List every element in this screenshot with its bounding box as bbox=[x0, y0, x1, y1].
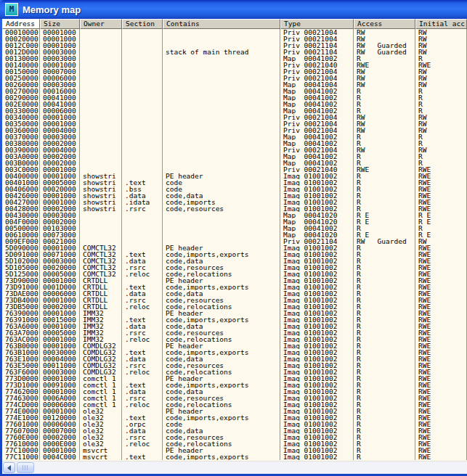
cell-access: RW bbox=[354, 127, 415, 134]
table-row[interactable]: 0013000000003000Map 00041002RR bbox=[2, 55, 467, 62]
table-row[interactable]: 5D10200000003000COMCTL32.datacode,dataIm… bbox=[2, 258, 467, 264]
table-row[interactable]: 0042700000001000showstri.idatacode,impor… bbox=[2, 199, 467, 205]
table-row[interactable]: 7746200000001000comctl_1.datacode,dataIm… bbox=[2, 388, 467, 395]
table-row[interactable]: 763A700000005000IMM32.rsrccode,resources… bbox=[2, 329, 467, 336]
table-row[interactable]: 774E000000001000ole32PE headerImag 01001… bbox=[2, 408, 467, 414]
table-row[interactable]: 0037000000003000Map 00041002RR bbox=[2, 134, 467, 140]
table-row[interactable]: 763A600000001000IMM32.datacode,dataImag … bbox=[2, 323, 467, 329]
table-row[interactable]: 73DB500000002000CRTDLL.reloccode,relocat… bbox=[2, 303, 467, 310]
cell-section: .text bbox=[122, 284, 163, 290]
table-row[interactable]: 002E000000041000Map 00041002RR bbox=[2, 101, 467, 107]
column-header-access[interactable]: Access bbox=[354, 19, 415, 29]
table-row[interactable]: 763E500000011000COMDLG32.rsrccode,resour… bbox=[2, 362, 467, 369]
table-row[interactable]: 763B000000001000COMDLG32PE headerImag 01… bbox=[2, 342, 467, 349]
table-row[interactable]: 0061000000073000Map 00041020R ER E bbox=[2, 231, 467, 238]
table-row[interactable]: 763E100000004000COMDLG32.datacode,dataIm… bbox=[2, 356, 467, 362]
cell-owner: ole32 bbox=[80, 414, 122, 421]
table-row[interactable]: 0034000000001000Priv 00021004RWRW bbox=[2, 114, 467, 120]
table-row[interactable]: 7760E00000002000ole32.rsrccode,resources… bbox=[2, 434, 467, 440]
cell-section: .text bbox=[122, 349, 163, 356]
table-row[interactable]: 774E100000120000ole32.textcode,imports,e… bbox=[2, 414, 467, 421]
table-row[interactable]: 7639100000015000IMM32.textcode,imports,e… bbox=[2, 316, 467, 323]
column-header-owner[interactable]: Owner bbox=[80, 19, 122, 29]
cell-type: Priv 00021004 bbox=[280, 75, 354, 81]
cell-owner: showstri bbox=[80, 179, 122, 186]
scroll-left-button[interactable] bbox=[3, 462, 15, 473]
table-row[interactable]: 0038000000002000Map 00041002RR bbox=[2, 140, 467, 147]
table-row[interactable]: 0029000000041000Map 00041002RR bbox=[2, 94, 467, 101]
table-row[interactable]: 7760100000006000ole32.orpccodeImag 01001… bbox=[2, 421, 467, 427]
table-row[interactable]: 0036000000004000Priv 00021004RWRW bbox=[2, 127, 467, 134]
table-row[interactable]: 5D09100000071000COMCTL32.textcode,import… bbox=[2, 251, 467, 258]
table-row[interactable]: 773D100000091000comctl_1.textcode,import… bbox=[2, 382, 467, 388]
table-row[interactable]: 774CD00000006000comctl_1.reloccode,reloc… bbox=[2, 401, 467, 408]
column-header-size[interactable]: Size bbox=[40, 19, 80, 29]
horizontal-scrollbar[interactable] bbox=[2, 461, 467, 474]
table-row[interactable]: 003C000000001000Priv 00021040RWERWE bbox=[2, 166, 467, 173]
table-row[interactable]: 0035000000001000Priv 00021004RWRW bbox=[2, 120, 467, 127]
table-row[interactable]: 0040000000001000showstriPE headerImag 01… bbox=[2, 173, 467, 179]
table-row[interactable]: 0012D00000003000stack of main threadPriv… bbox=[2, 49, 467, 55]
table-row[interactable]: 773D000000001000comctl_1PE headerImag 01… bbox=[2, 375, 467, 382]
table-row[interactable]: 7760700000007000ole32.datacode,dataImag … bbox=[2, 427, 467, 434]
table-row[interactable]: 0043000000003000Map 00041020R ER E bbox=[2, 212, 467, 218]
table-row[interactable]: 5D09000000001000COMCTL32PE headerImag 01… bbox=[2, 245, 467, 251]
cell-section bbox=[122, 120, 163, 127]
cell-type: Priv 00021004 bbox=[280, 147, 354, 153]
cell-initial: RWE bbox=[415, 186, 467, 192]
table-row[interactable]: 73D9000000001000CRTDLLPE headerImag 0100… bbox=[2, 277, 467, 284]
cell-owner bbox=[80, 114, 122, 120]
table-row[interactable]: 73DB400000001000CRTDLL.rsrccode,resource… bbox=[2, 297, 467, 303]
table-row[interactable]: 77C110000004C000msvcrt.textcode,imports,… bbox=[2, 454, 467, 460]
cell-type: Imag 01001002 bbox=[280, 205, 354, 212]
cell-section: .rsrc bbox=[122, 434, 163, 440]
table-row[interactable]: 774630000006A000comctl_1.rsrccode,resour… bbox=[2, 395, 467, 401]
table-row[interactable]: 77C1000000001000msvcrtPE headerImag 0100… bbox=[2, 447, 467, 454]
table-row[interactable]: 0015000000007000Priv 00021004RWRW bbox=[2, 68, 467, 75]
table-row[interactable]: 0026000000003000Map 00041004RWRW bbox=[2, 81, 467, 88]
cell-section bbox=[122, 147, 163, 153]
table-row[interactable]: 004F000000002000Map 00041020R ER E bbox=[2, 218, 467, 225]
table-row[interactable]: 763B100000030000COMDLG32.textcode,import… bbox=[2, 349, 467, 356]
scrollbar-thumb[interactable] bbox=[17, 462, 34, 473]
table-row[interactable]: 003B000000002000Map 00041002RR bbox=[2, 160, 467, 166]
table-row[interactable]: 0025000000006000Priv 00021004RWRW bbox=[2, 75, 467, 81]
cell-address: 00360000 bbox=[2, 127, 40, 134]
table-row[interactable]: 0014000000001000Priv 00021040RWERWE bbox=[2, 62, 467, 68]
cell-section bbox=[122, 245, 163, 251]
table-row[interactable]: 73D910000001D000CRTDLL.textcode,imports,… bbox=[2, 284, 467, 290]
cell-initial: RW bbox=[415, 147, 467, 153]
table-row[interactable]: 73DAE00000006000CRTDLL.datacode,dataImag… bbox=[2, 290, 467, 297]
column-header-contains[interactable]: Contains bbox=[163, 19, 280, 29]
title-bar[interactable]: M Memory map bbox=[0, 0, 467, 19]
column-header-initial[interactable]: Initial acc bbox=[415, 19, 467, 29]
column-header-address[interactable]: Address bbox=[2, 19, 40, 29]
table-row[interactable]: 5D12500000005000COMCTL32.reloccode,reloc… bbox=[2, 271, 467, 277]
table-row[interactable]: 0027000000016000Map 00041002RR bbox=[2, 88, 467, 94]
cell-address: 763A7000 bbox=[2, 329, 40, 336]
column-header-section[interactable]: Section bbox=[122, 19, 163, 29]
table-row[interactable]: 0039000000004000Priv 00021004RWRW bbox=[2, 147, 467, 153]
table-row[interactable]: 776100000000E000ole32.reloccode,relocati… bbox=[2, 440, 467, 447]
table-row[interactable]: 0001000000001000Priv 00021004RWRW bbox=[2, 29, 467, 36]
table-row[interactable]: 003A000000002000Map 00041002RR bbox=[2, 153, 467, 160]
table-row[interactable]: 763AC00000001000IMM32.reloccode,relocati… bbox=[2, 336, 467, 342]
cell-access: R bbox=[354, 382, 415, 388]
cell-owner: ole32 bbox=[80, 421, 122, 427]
table-row[interactable]: 5D10500000020000COMCTL32.rsrccode,resour… bbox=[2, 264, 467, 271]
table-row[interactable]: 0040100000005000showstri.textcodeImag 01… bbox=[2, 179, 467, 186]
table-row[interactable]: 0040600000020000showstri.bsscodeImag 010… bbox=[2, 186, 467, 192]
table-row[interactable]: 763F600000003000COMDLG32.reloccode,reloc… bbox=[2, 369, 467, 375]
table-row[interactable]: 0042800000002000showstri.rsrccode,resour… bbox=[2, 205, 467, 212]
cell-type: Imag 01001002 bbox=[280, 316, 354, 323]
table-row[interactable]: 0002000000001000Priv 00021004RWRW bbox=[2, 36, 467, 42]
table-row[interactable]: 0050000000103000Map 00041002RR bbox=[2, 225, 467, 231]
cell-address: 00330000 bbox=[2, 107, 40, 114]
table-row[interactable]: 009EF00000021000Priv 00021104RW GuardedR… bbox=[2, 238, 467, 245]
table-row[interactable]: 0033000000006000Map 00041002RR bbox=[2, 107, 467, 114]
table-row[interactable]: 0012C00000001000Priv 00021104RW GuardedR… bbox=[2, 42, 467, 49]
cell-type: Map 00041002 bbox=[280, 153, 354, 160]
table-row[interactable]: 0042600000001000showstri.datacode,dataIm… bbox=[2, 192, 467, 199]
column-header-type[interactable]: Type bbox=[280, 19, 354, 29]
table-row[interactable]: 7639000000001000IMM32PE headerImag 01001… bbox=[2, 310, 467, 316]
